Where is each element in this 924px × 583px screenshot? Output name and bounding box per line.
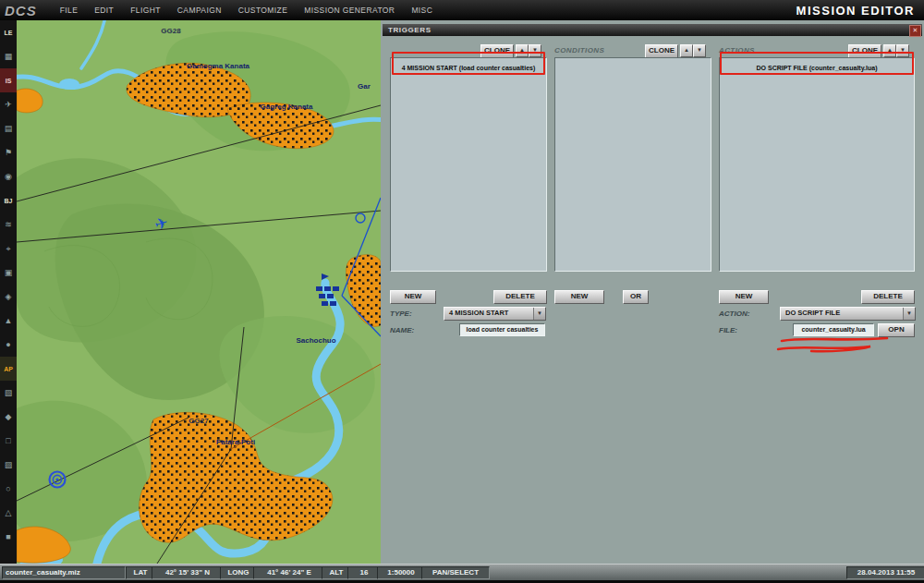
- toolbar-icon[interactable]: △: [0, 501, 17, 525]
- action-label: ACTION:: [719, 310, 749, 318]
- close-icon[interactable]: ✕: [909, 25, 921, 37]
- toolbar-icon[interactable]: ▲: [0, 309, 17, 333]
- toolbar-icon[interactable]: ⚑: [0, 140, 17, 164]
- toolbar-icon[interactable]: ▦: [0, 44, 17, 68]
- map-label: Gamogma Kanata: [187, 62, 250, 70]
- panel-title: TRIGGERS: [388, 26, 432, 34]
- toolbar-icon[interactable]: ●: [0, 333, 17, 357]
- actions-list[interactable]: DO SCRIPT FILE (counter_casualty.lua): [719, 57, 915, 272]
- toolbar-button[interactable]: LE: [0, 20, 17, 44]
- name-label: NAME:: [390, 326, 414, 334]
- toolbar-icon[interactable]: ◆: [0, 405, 17, 429]
- toolbar-button[interactable]: BJ: [0, 188, 17, 213]
- map-label: GG28: [161, 27, 181, 35]
- toolbar-icon[interactable]: ◉: [0, 164, 17, 188]
- conditions-label: CONDITIONS: [554, 46, 604, 55]
- dcs-logo: DCS: [5, 3, 37, 18]
- new-action-button[interactable]: NEW: [719, 290, 769, 304]
- map-scale[interactable]: 1:50000: [377, 566, 425, 579]
- main-menu: FILE EDIT FLIGHT CAMPAIGN CUSTOMIZE MISS…: [52, 0, 442, 20]
- triggers-panel: TRIGGERS ✕ CLONE ▲ ▼ CONDITIONS CLONE ▲ …: [381, 20, 924, 564]
- or-condition-button[interactable]: OR: [623, 290, 649, 304]
- map-label: Sachochuo: [296, 336, 335, 345]
- delete-action-button[interactable]: DELETE: [861, 290, 915, 304]
- toolbar-icon[interactable]: ✈: [0, 92, 17, 116]
- action-value: DO SCRIPT FILE: [785, 309, 840, 317]
- toolbar-icon[interactable]: ▣: [0, 261, 17, 285]
- map-view[interactable]: ✈ GG28 Gamogma Kanata Gagreg Kanata Gar …: [17, 20, 381, 564]
- mouse-mode[interactable]: PAN/SELECT: [421, 566, 490, 579]
- toolbar-button[interactable]: IS: [0, 68, 17, 92]
- map-label: Patara-Poti: [216, 438, 255, 446]
- datetime: 28.04.2013 11:55: [846, 566, 924, 579]
- map-label: Gar: [358, 82, 371, 91]
- new-trigger-button[interactable]: NEW: [390, 290, 436, 304]
- file-label: FILE:: [719, 326, 737, 334]
- type-value: 4 MISSION START: [449, 309, 508, 317]
- left-toolbar: LE ▦ IS ✈ ▤ ⚑ ◉ BJ ≋ ⌖ ▣ ◈ ▲ ● AP ▧ ◆ □ …: [0, 20, 18, 564]
- toolbar-icon[interactable]: ▧: [0, 381, 17, 405]
- toolbar-icon[interactable]: ≋: [0, 213, 17, 237]
- toolbar-icon[interactable]: ■: [0, 525, 17, 549]
- annotation-box-trigger: [392, 52, 545, 75]
- toolbar-icon[interactable]: ◈: [0, 285, 17, 309]
- move-up-icon[interactable]: ▲: [680, 44, 693, 57]
- map-label: Gagreg Kanata: [261, 103, 313, 111]
- map-label: GG27: [188, 417, 209, 425]
- panel-titlebar[interactable]: TRIGGERS: [383, 24, 922, 36]
- toolbar-icon[interactable]: ○: [0, 477, 17, 501]
- mission-editor-window: DCS FILE EDIT FLIGHT CAMPAIGN CUSTOMIZE …: [0, 0, 924, 583]
- status-bar: counter_casualty.miz LAT 42° 15' 33" N L…: [0, 564, 924, 580]
- menu-item-customize[interactable]: CUSTOMIZE: [230, 0, 297, 20]
- toolbar-icon[interactable]: □: [0, 429, 17, 453]
- annotation-box-action: [720, 52, 914, 75]
- toolbar-icon[interactable]: ▨: [0, 453, 17, 477]
- chevron-down-icon[interactable]: ▼: [903, 308, 915, 320]
- new-condition-button[interactable]: NEW: [554, 290, 604, 304]
- long-label: LONG: [220, 566, 257, 579]
- top-menu-bar: DCS FILE EDIT FLIGHT CAMPAIGN CUSTOMIZE …: [0, 0, 924, 21]
- toolbar-icon[interactable]: ⌖: [0, 237, 17, 261]
- menu-item-file[interactable]: FILE: [52, 0, 87, 20]
- chevron-down-icon[interactable]: ▼: [533, 308, 545, 320]
- toolbar-button[interactable]: AP: [0, 357, 17, 381]
- action-select[interactable]: DO SCRIPT FILE ▼: [780, 307, 916, 321]
- menu-item-flight[interactable]: FLIGHT: [122, 0, 169, 20]
- annotation-underline: [774, 333, 894, 357]
- type-select[interactable]: 4 MISSION START ▼: [444, 307, 546, 321]
- menu-item-misc[interactable]: MISC: [403, 0, 441, 20]
- delete-trigger-button[interactable]: DELETE: [493, 290, 547, 304]
- type-label: TYPE:: [390, 310, 412, 318]
- alt-value: 16: [347, 566, 381, 579]
- trigger-name-input[interactable]: load counter casualties: [459, 323, 545, 336]
- conditions-list[interactable]: [554, 57, 711, 272]
- menu-item-campaign[interactable]: CAMPAIGN: [169, 0, 230, 20]
- move-down-icon[interactable]: ▼: [693, 44, 706, 57]
- app-title: MISSION EDITOR: [796, 4, 915, 18]
- menu-item-edit[interactable]: EDIT: [86, 0, 122, 20]
- triggers-list[interactable]: 4 MISSION START (load counter casualties…: [390, 57, 547, 272]
- clone-condition-button[interactable]: CLONE: [645, 44, 678, 58]
- toolbar-icon[interactable]: ▤: [0, 116, 17, 140]
- long-value: 41° 46' 24" E: [253, 566, 325, 579]
- menu-item-mission-generator[interactable]: MISSION GENERATOR: [296, 0, 403, 20]
- lat-value: 42° 15' 33" N: [152, 566, 224, 579]
- mission-filename: counter_casualty.miz: [2, 566, 126, 579]
